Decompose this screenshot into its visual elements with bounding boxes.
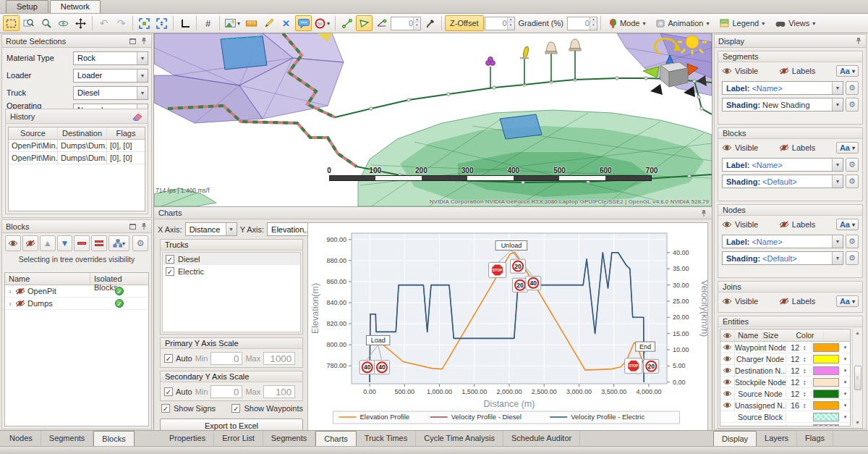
doc-tab[interactable]: Nodes — [1, 431, 41, 446]
blocks-col-name[interactable]: Name — [5, 273, 90, 285]
gear-icon[interactable]: ⚙ — [846, 158, 859, 172]
axis-orientation-button[interactable] — [176, 15, 193, 31]
entity-color-dropdown[interactable]: ▾ — [841, 391, 850, 397]
entity-color-dropdown[interactable]: ▾ — [841, 414, 850, 420]
nodes-label-dropdown[interactable]: Label:<Name> — [722, 235, 843, 248]
eye-slash-icon[interactable] — [779, 221, 789, 228]
mode-dropdown[interactable]: Mode▾ — [604, 15, 651, 31]
eye-icon[interactable] — [723, 344, 732, 350]
blocks-shading-dropdown[interactable]: Shading:<Default> — [722, 175, 843, 188]
x-axis-dropdown[interactable]: Distance — [185, 222, 237, 236]
delete-button[interactable]: ✕ — [278, 15, 294, 31]
expand-chevron-icon[interactable]: › — [5, 287, 15, 295]
primary-min-input[interactable] — [210, 352, 242, 365]
entity-color-swatch[interactable] — [813, 401, 839, 410]
flag-tool-button[interactable] — [356, 15, 373, 31]
field-dropdown[interactable]: Loader — [73, 69, 148, 83]
z-offset-toggle[interactable]: Z-Offset — [445, 15, 484, 31]
show-all-button[interactable] — [5, 235, 21, 251]
history-row[interactable]: OpenPit\Min... Dumps\Dum... [0], [0] — [9, 152, 145, 164]
gradient-angle-button[interactable] — [373, 15, 390, 31]
gradient-value-field[interactable] — [568, 19, 590, 28]
field-dropdown[interactable]: Diesel — [73, 86, 148, 100]
zoom-extents-button[interactable] — [136, 15, 153, 31]
zoom-button[interactable] — [38, 15, 54, 31]
segments-label-dropdown[interactable]: Label:<Name> — [722, 81, 843, 95]
zoom-selected-button[interactable] — [153, 15, 170, 31]
entity-size-spinner[interactable]: ▴▾ — [804, 368, 812, 374]
font-button[interactable]: Aa▾ — [836, 295, 859, 307]
blocks-tree-row[interactable]: › Dumps ✓ — [5, 298, 148, 310]
expand-chevron-icon[interactable]: › — [5, 300, 15, 308]
doc-tab[interactable]: Segments — [41, 431, 94, 446]
profile-chart[interactable]: 0.00500.001,000.001,500.002,000.002,500.… — [308, 223, 707, 430]
gradient-input[interactable]: ▴▾ — [567, 17, 597, 30]
history-col-source[interactable]: Source — [9, 127, 58, 139]
secondary-min-input[interactable] — [210, 385, 242, 398]
entity-row[interactable]: Source Block ▴▾ ▾ — [720, 411, 850, 423]
eraser-icon[interactable] — [132, 112, 143, 121]
entity-size-spinner[interactable]: ▴▾ — [804, 345, 812, 350]
maximize-icon[interactable] — [129, 224, 136, 230]
z-offset-spinner[interactable]: ▴▾ — [507, 17, 514, 30]
eye-icon[interactable] — [723, 379, 732, 385]
entities-col-name[interactable]: Name — [735, 331, 762, 340]
entity-color-swatch[interactable] — [813, 390, 839, 398]
doc-tab[interactable]: Error List — [214, 431, 263, 446]
font-button[interactable]: Aa▾ — [836, 142, 859, 154]
move-up-button[interactable]: ▲ — [40, 235, 56, 251]
3d-viewport[interactable]: 0100200300400500600700 714 fps | 1.400 m… — [154, 33, 712, 207]
remove-button[interactable] — [74, 235, 90, 251]
pin-icon[interactable] — [700, 209, 707, 217]
entity-size-spinner[interactable]: ▴▾ — [804, 391, 812, 397]
maximize-icon[interactable] — [129, 38, 136, 44]
history-col-destination[interactable]: Destination — [58, 127, 107, 139]
angle-input[interactable]: ▴▾ — [391, 17, 421, 30]
entity-row[interactable]: Charger Node 12 ▴▾ ▾ — [720, 353, 850, 365]
views-dropdown[interactable]: Views▾ — [770, 15, 820, 31]
eye-slash-icon[interactable] — [15, 300, 25, 307]
gear-icon[interactable]: ⚙ — [846, 251, 859, 265]
truck-row[interactable]: ✓ Diesel — [163, 253, 300, 265]
entity-row[interactable]: Destination N... 12 ▴▾ ▾ — [720, 365, 850, 377]
entity-row[interactable]: Waypoint Node 12 ▴▾ ▾ — [720, 342, 850, 353]
font-button[interactable]: Aa▾ — [836, 219, 859, 230]
truck-row[interactable]: ✓ Electric — [163, 265, 300, 277]
angle-spinner[interactable]: ▴▾ — [413, 17, 420, 30]
doc-tab[interactable]: Blocks — [93, 431, 134, 446]
eye-icon[interactable] — [722, 298, 732, 305]
blocks-col-isolated[interactable]: Isolated Blocks — [90, 273, 148, 285]
eye-icon[interactable] — [723, 356, 732, 362]
entity-row[interactable]: Unassigned N... 16 ▴▾ ▾ — [720, 400, 850, 411]
doc-tab[interactable]: Schedule Auditor — [503, 431, 580, 446]
main-tab[interactable]: Network — [50, 0, 101, 13]
orbit-button[interactable] — [55, 15, 72, 31]
redo-button[interactable]: ↷ — [113, 15, 129, 31]
doc-tab[interactable]: Cycle Time Analysis — [416, 431, 503, 446]
eye-icon[interactable] — [722, 67, 732, 75]
primary-max-input[interactable] — [263, 352, 295, 365]
z-offset-value-field[interactable] — [485, 19, 507, 28]
entity-row[interactable]: Stockpile Node 12 ▴▾ ▾ — [720, 377, 850, 388]
remove-all-button[interactable] — [91, 235, 107, 251]
truck-checkbox[interactable]: ✓ — [166, 267, 174, 276]
create-segment-button[interactable] — [339, 15, 355, 31]
segments-shading-dropdown[interactable]: Shading:New Shading — [722, 98, 843, 112]
blocks-label-dropdown[interactable]: Label:<Name> — [722, 158, 843, 172]
gear-icon[interactable]: ⚙ — [846, 98, 859, 112]
entity-color-swatch[interactable] — [813, 366, 839, 375]
entity-color-dropdown[interactable]: ▾ — [841, 356, 850, 362]
comment-bubble-button[interactable] — [295, 15, 312, 31]
secondary-max-input[interactable] — [263, 385, 295, 398]
speed-sign-button[interactable]: 50▾ — [312, 15, 332, 31]
doc-tab[interactable]: Truck Times — [357, 431, 417, 446]
eye-icon[interactable] — [722, 221, 732, 228]
gear-icon[interactable]: ⚙ — [846, 235, 859, 248]
marquee-select-button[interactable] — [3, 15, 20, 31]
eye-icon[interactable] — [723, 367, 732, 374]
entity-color-dropdown[interactable]: ▾ — [841, 403, 850, 408]
edit-button[interactable] — [260, 15, 277, 31]
undo-button[interactable]: ↶ — [95, 15, 112, 31]
entity-size[interactable]: 16 — [786, 401, 804, 410]
scroll-thumb[interactable]: ≡ — [854, 366, 861, 390]
